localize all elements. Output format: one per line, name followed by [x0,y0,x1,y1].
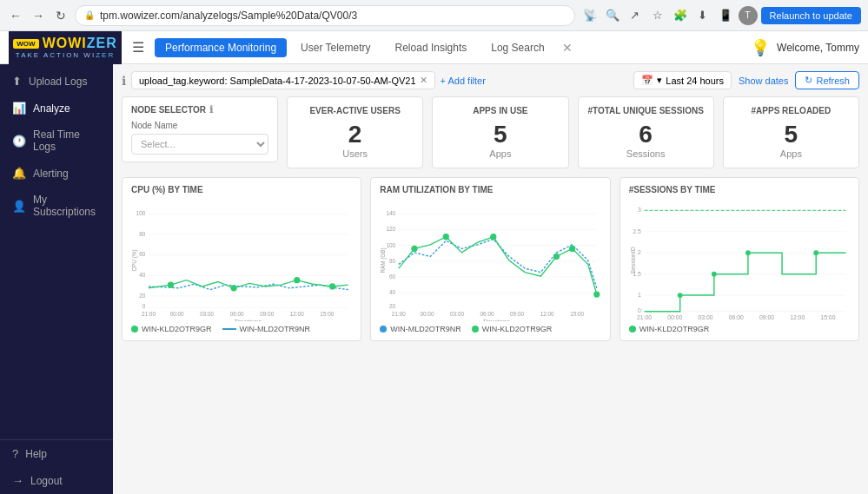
svg-point-42 [553,254,560,260]
cpu-chart-svg: 100 80 60 40 20 0 CPU (%) [131,200,352,321]
svg-point-43 [569,246,575,252]
stats-grid: EVER-ACTIVE USERS 2 Users APPS IN USE 5 … [287,96,859,168]
svg-text:2: 2 [638,249,641,255]
node-select-dropdown[interactable]: Select... [131,134,268,155]
star-icon[interactable]: ☆ [648,6,667,25]
svg-point-44 [593,291,600,297]
subscriptions-icon: 👤 [12,200,26,213]
sidebar-label-help: Help [25,448,47,460]
stat-label-0: EVER-ACTIVE USERS [309,106,400,115]
refresh-button[interactable]: ↻ Refresh [795,71,859,89]
add-filter-button[interactable]: + Add filter [441,76,486,86]
back-button[interactable]: ← [7,7,24,24]
reload-button[interactable]: ↻ [52,7,70,24]
puzzle-icon[interactable]: 🧩 [671,6,690,25]
sidebar-item-upload-logs[interactable]: ⬆ Upload Logs [0,68,113,95]
refresh-icon: ↻ [805,75,812,86]
tab-reload-insights[interactable]: Reload Insights [385,38,478,57]
show-dates-button[interactable]: Show dates [739,76,788,86]
svg-text:60: 60 [389,273,396,280]
chevron-down-icon: ▾ [657,75,662,86]
forward-button[interactable]: → [30,7,47,24]
svg-text:06:00: 06:00 [480,311,494,317]
svg-text:20: 20 [389,303,396,309]
date-controls: 📅 ▾ Last 24 hours Show dates ↻ Refresh [633,71,859,89]
svg-point-40 [443,234,449,240]
svg-text:20: 20 [139,293,146,299]
logo-text: WOWIZER [43,36,117,51]
node-info-icon: ℹ [209,104,213,115]
lock-icon: 🔒 [84,10,95,20]
svg-text:12:00: 12:00 [290,311,304,317]
filter-tag: upload_tag.keyword: SampleData-4-17-2023… [131,71,435,89]
tab-close-icon[interactable]: ✕ [559,41,576,55]
cpu-chart-title: CPU (%) BY TIME [131,185,352,194]
sidebar-label-subscriptions: My Subscriptions [33,194,101,218]
download-icon[interactable]: ⬇ [693,6,712,25]
date-range-picker[interactable]: 📅 ▾ Last 24 hours [633,71,732,89]
sidebar-item-real-time-logs[interactable]: 🕐 Real Time Logs [0,122,113,160]
legend-label-1: WIN-MLD2OTR9NR [240,325,311,333]
svg-point-70 [813,250,818,255]
sidebar-item-help[interactable]: ? Help [0,440,113,467]
share-icon[interactable]: ↗ [626,6,645,25]
refresh-label: Refresh [816,76,850,86]
legend-item-0: WIN-KLD2OTR9GR [131,325,212,333]
tab-user-telemetry[interactable]: User Telemetry [290,38,381,57]
sidebar-label-analyze: Analyze [33,102,70,115]
svg-text:0: 0 [638,307,641,313]
svg-text:03:00: 03:00 [698,314,712,320]
cpu-chart-area: 100 80 60 40 20 0 CPU (%) [131,200,352,321]
alert-icon: 🔔 [12,167,26,180]
sidebar-label-logout: Logout [30,475,63,487]
node-selector-box: NODE SELECTOR ℹ Node Name Select... [122,96,278,162]
hamburger-button[interactable]: ☰ [129,36,148,59]
svg-text:00:00: 00:00 [421,311,434,317]
svg-point-69 [745,250,751,255]
svg-text:12:00: 12:00 [790,314,805,320]
svg-text:120: 120 [387,226,396,232]
svg-point-14 [230,285,236,291]
sidebar-item-alerting[interactable]: 🔔 Alerting [0,160,113,187]
welcome-text: Welcome, Tommy [777,42,859,54]
url-text: tpm.wowizer.com/analyzelogs/Sample%20Dat… [100,10,566,22]
relaunch-button[interactable]: Relaunch to update [761,7,861,24]
address-bar[interactable]: 🔒 tpm.wowizer.com/analyzelogs/Sample%20D… [75,5,575,26]
user-icon: 💡 [751,38,770,57]
sidebar-item-subscriptions[interactable]: 👤 My Subscriptions [0,187,113,225]
stat-card-ever-active-users: EVER-ACTIVE USERS 2 Users [287,96,423,168]
upload-icon: ⬆ [12,75,22,88]
tablet-icon[interactable]: 📱 [716,6,735,25]
sessions-chart-card: #SESSIONS BY TIME 3 2.5 2 1.5 1 0 Sessio… [620,177,859,341]
main-content: ⬆ Upload Logs 📊 Analyze 🕐 Real Time Logs… [0,64,868,494]
stats-row: NODE SELECTOR ℹ Node Name Select... EVER… [122,96,859,168]
realtime-icon: 🕐 [12,135,26,148]
svg-text:80: 80 [389,258,396,264]
sidebar-bottom: ? Help → Logout [0,439,113,494]
cpu-chart-legend: WIN-KLD2OTR9GR WIN-MLD2OTR9NR [131,325,352,333]
date-range-text: Last 24 hours [666,76,724,86]
stat-label-3: #APPS RELOADED [752,106,832,115]
cast-icon[interactable]: 📡 [580,6,600,25]
svg-text:140: 140 [387,210,396,216]
svg-text:100: 100 [387,242,396,248]
search-icon[interactable]: 🔍 [603,6,622,25]
sessions-chart-title: #SESSIONS BY TIME [629,185,850,194]
avatar[interactable]: T [739,6,758,25]
ram-chart-card: RAM UTILIZATION BY TIME 140 120 100 80 6… [370,177,610,341]
sidebar-item-analyze[interactable]: 📊 Analyze [0,95,113,122]
toolbar-row: ℹ upload_tag.keyword: SampleData-4-17-20… [122,71,859,89]
stat-value-1: 5 [494,122,507,147]
svg-text:15:00: 15:00 [570,311,584,317]
stat-value-0: 2 [348,122,362,147]
node-selector-label: NODE SELECTOR ℹ [131,104,268,115]
tab-log-search[interactable]: Log Search [480,38,554,57]
svg-text:09:00: 09:00 [759,314,774,320]
filter-help-icon[interactable]: ℹ [122,74,126,88]
tab-performance-monitoring[interactable]: Performance Monitoring [155,38,287,57]
filter-tag-close[interactable]: ✕ [420,75,427,86]
stat-card-total-unique-sessions: #TOTAL UNIQUE SESSIONS 6 Sessions [578,96,714,168]
browser-actions: 📡 🔍 ↗ ☆ 🧩 ⬇ 📱 T Relaunch to update [580,6,861,25]
sidebar-item-logout[interactable]: → Logout [0,467,113,494]
svg-point-13 [168,282,174,288]
